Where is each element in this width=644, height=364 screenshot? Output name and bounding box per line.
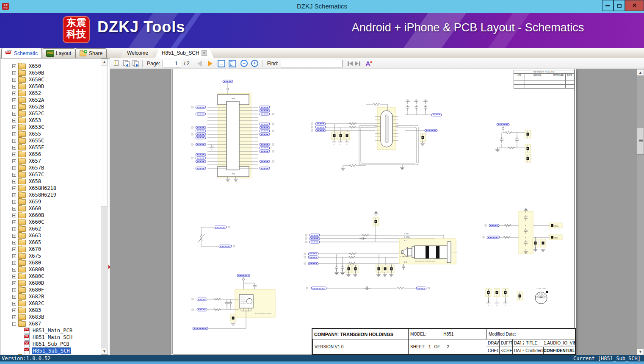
expand-icon[interactable]: + [12, 71, 16, 75]
document-scrollbar-thumb[interactable] [637, 127, 644, 155]
expand-icon[interactable]: + [12, 193, 16, 197]
expand-icon[interactable]: + [12, 139, 16, 143]
expand-icon[interactable]: + [12, 132, 16, 136]
tree-item-x680c[interactable]: +X680C [0, 273, 100, 280]
tree-item-x680b[interactable]: +X680B [0, 266, 100, 273]
tree-item-x680[interactable]: +X680 [0, 259, 100, 266]
title-bar[interactable]: 东震 科技 DZKJ Schematics × [0, 0, 644, 13]
doc-tab-welcome[interactable]: Welcome [120, 48, 155, 58]
tree-item-x658[interactable]: +X658 [0, 178, 100, 185]
expand-icon[interactable]: + [12, 78, 16, 82]
tree-item-x683b[interactable]: +X683B [0, 314, 100, 320]
expand-icon[interactable]: + [12, 247, 16, 251]
expand-icon[interactable]: + [12, 275, 16, 278]
expand-icon[interactable]: + [12, 254, 16, 258]
expand-icon[interactable]: + [12, 159, 16, 163]
expand-icon[interactable]: + [12, 146, 16, 150]
tree-item-x655[interactable]: +X655 [0, 131, 100, 137]
expand-icon[interactable]: + [12, 234, 16, 238]
model-tree[interactable]: +X650+X650B+X650C+X650D+X652+X652A+X652B… [0, 58, 100, 355]
tree-item-x652b[interactable]: +X652B [0, 103, 100, 110]
tree-item-h851_sub_pcb[interactable]: PDFH851_Sub_PCB [0, 341, 100, 347]
zoom-in-button[interactable]: + [251, 60, 258, 67]
expand-icon[interactable]: + [12, 119, 16, 122]
tree-item-x687[interactable]: −X687 [0, 320, 100, 327]
tree-item-x659[interactable]: +X659 [0, 198, 100, 205]
expand-icon[interactable]: + [12, 166, 16, 170]
tree-item-x663[interactable]: +X663 [0, 232, 100, 239]
scroll-up-icon[interactable]: ▲ [101, 58, 108, 65]
expand-icon[interactable]: + [12, 186, 16, 190]
tree-item-x652a[interactable]: +X652A [0, 97, 100, 103]
tree-item-x655c[interactable]: +X655C [0, 137, 100, 144]
tree-item-partial[interactable]: + [0, 354, 100, 355]
tree-item-x657[interactable]: +X657 [0, 158, 100, 164]
close-tab-icon[interactable]: × [202, 50, 207, 56]
tree-item-x653c[interactable]: +X653C [0, 124, 100, 131]
minimize-button[interactable] [602, 0, 614, 11]
expand-icon[interactable]: + [12, 308, 16, 312]
expand-icon[interactable]: + [12, 261, 16, 265]
tree-item-h851_main_sch[interactable]: PDFH851_Main_SCH [0, 334, 100, 341]
scroll-up-icon[interactable]: ▲ [637, 69, 644, 76]
expand-icon[interactable]: + [12, 85, 16, 89]
last-page-icon[interactable] [132, 60, 140, 67]
tree-item-x656[interactable]: +X656 [0, 151, 100, 158]
tree-item-x660[interactable]: +X660 [0, 205, 100, 212]
tree-item-x652c[interactable]: +X652C [0, 110, 100, 117]
tree-item-x650[interactable]: +X650 [0, 63, 100, 69]
tree-item-x682c[interactable]: +X682C [0, 300, 100, 307]
tree-item-x652[interactable]: +X652 [0, 90, 100, 97]
scroll-down-icon[interactable]: ▼ [637, 348, 644, 355]
close-button[interactable]: × [625, 0, 644, 11]
page-view-icon[interactable] [113, 60, 121, 67]
expand-icon[interactable]: + [12, 220, 16, 224]
tree-item-x683[interactable]: +X683 [0, 307, 100, 314]
expand-icon[interactable]: + [12, 173, 16, 177]
expand-icon[interactable]: + [12, 105, 16, 109]
zoom-out-button[interactable]: − [240, 60, 248, 67]
tree-item-h851_main_pcb[interactable]: PDFH851_Main_PCB [0, 327, 100, 334]
tree-item-h851_sub_sch[interactable]: PDFH851_Sub_SCH [0, 347, 100, 354]
tree-item-x680d[interactable]: +X680D [0, 280, 100, 286]
document-viewport[interactable]: P/G P/G [110, 69, 644, 355]
tree-item-x650d[interactable]: +X650D [0, 83, 100, 90]
expand-icon[interactable]: + [12, 288, 16, 292]
expand-icon[interactable]: + [12, 241, 16, 245]
find-previous-button[interactable] [348, 61, 353, 66]
expand-icon[interactable]: + [12, 180, 16, 183]
sidebar-scrollbar-thumb[interactable] [101, 66, 108, 206]
sidebar-scrollbar[interactable]: ▲ ▼ [101, 58, 108, 355]
maximize-button[interactable] [614, 0, 625, 11]
expand-icon[interactable]: + [12, 92, 16, 95]
doc-tab-h851-sub-sch[interactable]: H851_Sub_SCH × [155, 48, 214, 58]
tree-item-x662[interactable]: +X662 [0, 225, 100, 232]
expand-icon[interactable]: + [12, 302, 16, 306]
scroll-down-icon[interactable]: ▼ [101, 348, 108, 355]
tree-item-x650c[interactable]: +X650C [0, 76, 100, 83]
find-next-button[interactable] [355, 61, 360, 66]
expand-icon[interactable]: + [12, 112, 16, 116]
tree-item-x675[interactable]: +X675 [0, 253, 100, 259]
tree-item-x653[interactable]: +X653 [0, 117, 100, 124]
page-input[interactable] [163, 60, 181, 67]
tree-item-x682b[interactable]: +X682B [0, 293, 100, 300]
previous-page-button[interactable] [197, 61, 202, 67]
match-case-button[interactable]: Aa [365, 60, 372, 67]
tree-item-x660b[interactable]: +X660B [0, 212, 100, 219]
tree-item-x660c[interactable]: +X660C [0, 219, 100, 225]
tree-item-x657b[interactable]: +X657B [0, 164, 100, 171]
tree-item-x680f[interactable]: +X680F [0, 286, 100, 293]
next-page-button[interactable] [208, 61, 213, 67]
expand-icon[interactable]: + [12, 214, 16, 217]
expand-icon[interactable]: + [12, 295, 16, 299]
fit-width-button[interactable]: ↔ [218, 60, 225, 67]
expand-icon[interactable]: + [12, 153, 16, 156]
tab-schematic[interactable]: PDF Schematic [1, 48, 42, 58]
tree-item-x657c[interactable]: +X657C [0, 171, 100, 178]
tree-item-x658h6219[interactable]: +X658H6219 [0, 192, 100, 198]
tree-item-x670[interactable]: +X670 [0, 246, 100, 253]
tree-item-x665[interactable]: +X665 [0, 239, 100, 246]
document-scrollbar[interactable]: ▲ ▼ [637, 69, 644, 355]
tree-item-x658h6218[interactable]: +X658H6218 [0, 185, 100, 192]
